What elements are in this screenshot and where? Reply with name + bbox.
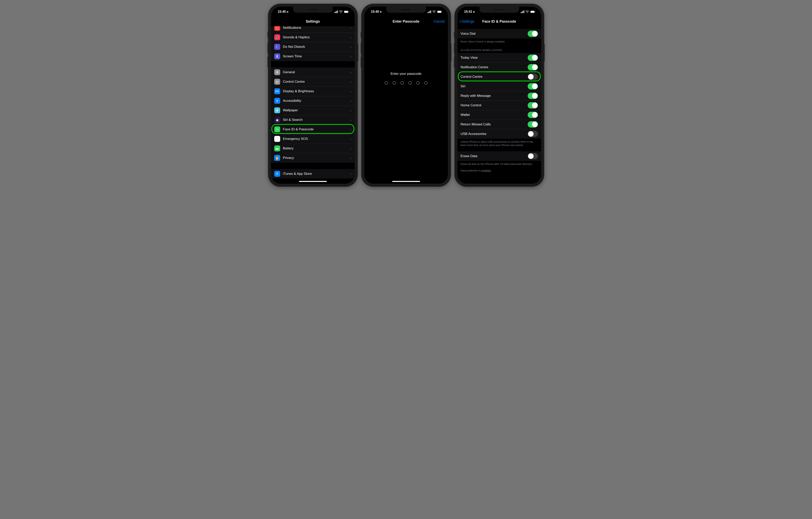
settings-row-wallpaper[interactable]: ❀Wallpaper› xyxy=(271,106,355,115)
row-label: Screen Time xyxy=(283,54,350,58)
status-time: 15:40 xyxy=(278,10,286,13)
volume-down[interactable] xyxy=(454,57,455,67)
toggle-cc[interactable] xyxy=(528,74,538,80)
svg-rect-2 xyxy=(349,11,349,12)
settings-row-general[interactable]: ⚙General› xyxy=(271,67,355,77)
row-usb[interactable]: USB Accessories xyxy=(458,129,541,139)
mute-switch[interactable] xyxy=(454,32,455,38)
side-button[interactable] xyxy=(544,44,545,61)
chevron-right-icon: › xyxy=(350,35,352,40)
volume-up[interactable] xyxy=(454,43,455,54)
passcode-dots[interactable] xyxy=(364,81,448,84)
battery-icon xyxy=(437,10,442,13)
settings-row-accessibility[interactable]: ✦Accessibility› xyxy=(271,96,355,106)
volume-down[interactable] xyxy=(361,57,361,67)
wifi-icon xyxy=(339,10,343,13)
toggle-erase-data[interactable] xyxy=(528,153,538,159)
row-label: iTunes & App Store xyxy=(283,172,350,176)
row-label: Sounds & Haptics xyxy=(283,35,350,39)
hand-icon: ✋ xyxy=(274,155,280,161)
toggle-siri[interactable] xyxy=(528,83,538,89)
cancel-button[interactable]: Cancel xyxy=(433,20,444,24)
settings-row-notifications[interactable]: ▢Notifications› xyxy=(271,26,355,32)
toggle-home[interactable] xyxy=(528,102,538,109)
settings-row-itunes[interactable]: AiTunes & App Store› xyxy=(271,169,355,179)
face-icon: ☺ xyxy=(274,127,280,132)
mute-switch[interactable] xyxy=(267,32,268,38)
phone-passcode: 15:40 ➤ Enter Passcode Cancel Enter your… xyxy=(361,4,451,187)
toggle-notif[interactable] xyxy=(528,64,538,71)
settings-row-sos[interactable]: SOSEmergency SOS› xyxy=(271,134,355,144)
status-time: 15:40 xyxy=(371,10,379,13)
aa-icon: AA xyxy=(274,88,280,94)
row-label: Face ID & Passcode xyxy=(283,127,350,131)
chevron-left-icon: ‹ xyxy=(459,19,461,24)
home-indicator[interactable] xyxy=(299,181,327,182)
row-cc[interactable]: Control Centre xyxy=(458,72,541,82)
row-reply[interactable]: Reply with Message xyxy=(458,91,541,101)
chevron-right-icon: › xyxy=(350,45,352,49)
row-label: Battery xyxy=(283,146,350,151)
row-today[interactable]: Today View xyxy=(458,53,541,62)
toggle-missed[interactable] xyxy=(528,121,538,128)
settings-list[interactable]: ▢Notifications›🔊Sounds & Haptics›☾Do Not… xyxy=(271,26,355,184)
chevron-right-icon: › xyxy=(350,156,352,160)
back-button[interactable]: ‹ Settings xyxy=(459,19,474,24)
row-label: Reply with Message xyxy=(461,94,528,98)
row-voice-dial[interactable]: Voice Dial xyxy=(458,29,541,38)
toggle-wallet[interactable] xyxy=(528,112,538,118)
toggle-reply[interactable] xyxy=(528,93,538,99)
settings-row-faceid[interactable]: ☺Face ID & Passcode› xyxy=(271,125,355,134)
speaker-icon: 🔊 xyxy=(274,34,280,40)
row-label: Emergency SOS xyxy=(283,137,350,141)
row-notif[interactable]: Notification Centre xyxy=(458,62,541,72)
toggle-voice-dial[interactable] xyxy=(528,31,538,37)
row-label: Erase Data xyxy=(461,154,528,158)
row-erase-data[interactable]: Erase Data xyxy=(458,152,541,161)
home-indicator[interactable] xyxy=(392,181,420,182)
volume-up[interactable] xyxy=(361,43,361,54)
settings-row-battery[interactable]: ▬Battery› xyxy=(271,144,355,153)
row-label: Wallpaper xyxy=(283,108,350,112)
volume-up[interactable] xyxy=(267,43,268,54)
nav-bar: Enter Passcode Cancel xyxy=(364,17,448,26)
settings-row-controlcentre[interactable]: ⊟Control Centre› xyxy=(271,77,355,86)
page-title: Face ID & Passcode xyxy=(482,20,516,24)
settings-row-sounds[interactable]: 🔊Sounds & Haptics› xyxy=(271,32,355,42)
row-wallet[interactable]: Wallet xyxy=(458,110,541,120)
row-label: USB Accessories xyxy=(461,132,528,136)
settings-row-siri[interactable]: ◉Siri & Search› xyxy=(271,115,355,125)
passcode-dot xyxy=(401,81,404,84)
faceid-settings-list[interactable]: Voice Dial Music Voice Control is always… xyxy=(458,26,541,184)
dp-text-b: enabled. xyxy=(481,169,491,172)
svg-rect-5 xyxy=(442,11,442,12)
hourglass-icon: ⧗ xyxy=(274,53,280,59)
row-home[interactable]: Home Control xyxy=(458,101,541,110)
bell-icon: ▢ xyxy=(274,26,280,31)
settings-row-privacy[interactable]: ✋Privacy› xyxy=(271,153,355,163)
wifi-icon xyxy=(525,10,529,13)
cellular-icon xyxy=(428,10,431,13)
back-label: Settings xyxy=(461,20,474,24)
row-siri[interactable]: Siri xyxy=(458,82,541,91)
toggle-today[interactable] xyxy=(528,55,538,61)
notch xyxy=(386,7,426,13)
toggle-usb[interactable] xyxy=(528,131,538,137)
nav-bar: Settings xyxy=(271,17,355,26)
flower-icon: ❀ xyxy=(274,107,280,113)
battery-icon xyxy=(530,10,535,13)
chevron-right-icon: › xyxy=(350,172,352,176)
row-label: Privacy xyxy=(283,156,350,160)
row-label: Home Control xyxy=(461,103,528,107)
side-button[interactable] xyxy=(357,44,358,61)
svg-rect-1 xyxy=(344,11,348,13)
row-label: Siri & Search xyxy=(283,118,350,122)
side-button[interactable] xyxy=(451,44,452,61)
volume-down[interactable] xyxy=(267,57,268,67)
settings-row-display[interactable]: AADisplay & Brightness› xyxy=(271,86,355,96)
mute-switch[interactable] xyxy=(361,32,361,38)
row-missed[interactable]: Return Missed Calls xyxy=(458,120,541,129)
passcode-dot xyxy=(393,81,396,84)
settings-row-screentime[interactable]: ⧗Screen Time› xyxy=(271,52,355,61)
settings-row-dnd[interactable]: ☾Do Not Disturb› xyxy=(271,42,355,52)
